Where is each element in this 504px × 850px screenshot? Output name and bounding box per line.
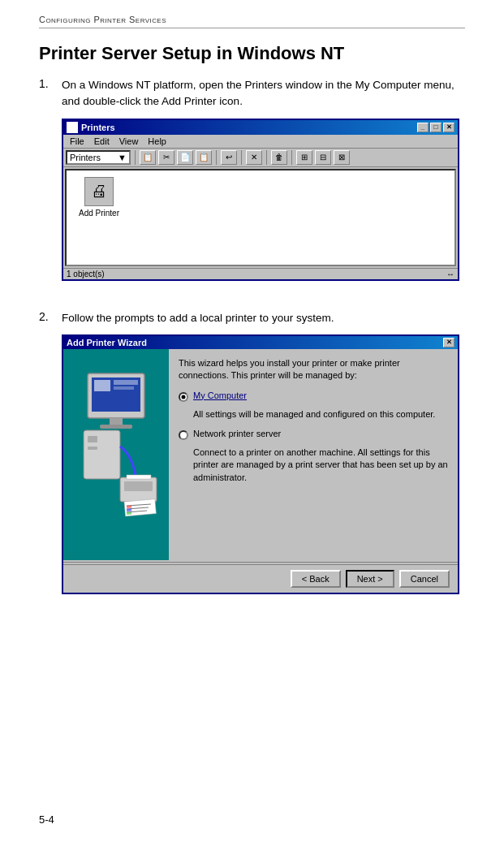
- wizard-title-controls[interactable]: ✕: [443, 338, 454, 347]
- wizard-footer: < Back Next > Cancel: [63, 564, 458, 593]
- status-text: 1 object(s): [67, 270, 105, 278]
- toolbar-separator-2: [216, 150, 217, 165]
- step-1-content: On a Windows NT platform, open the Print…: [62, 77, 465, 296]
- printer-icon: 🖨: [84, 177, 114, 206]
- toolbar-separator: [135, 150, 136, 165]
- maximize-btn[interactable]: □: [430, 123, 442, 132]
- status-bar-icon: ↔: [446, 270, 454, 278]
- svg-rect-6: [100, 425, 132, 429]
- next-button[interactable]: Next >: [346, 570, 394, 588]
- toolbar-btn-6[interactable]: ✕: [246, 150, 262, 165]
- dropdown-arrow-icon: ▼: [118, 153, 127, 162]
- toolbar-btn-4[interactable]: 📋: [196, 150, 212, 165]
- window-title: Printers: [81, 123, 115, 132]
- wizard-image-panel: [63, 349, 169, 560]
- toolbar-btn-9[interactable]: ⊟: [315, 150, 331, 165]
- toolbar: Printers ▼ 📋 ✂ 📄 📋 ↩ ✕ 🗑 ⊞ ⊟: [63, 149, 458, 167]
- wizard-title-bar: Add Printer Wizard ✕: [63, 336, 458, 349]
- toolbar-separator-3: [241, 150, 242, 165]
- page-footer: 5-4: [39, 813, 54, 826]
- toolbar-btn-2[interactable]: ✂: [158, 150, 174, 165]
- svg-rect-5: [110, 418, 123, 425]
- svg-rect-9: [88, 447, 97, 450]
- wizard-content-panel: This wizard helps you install your print…: [169, 349, 458, 560]
- status-bar: 1 object(s) ↔: [63, 268, 458, 279]
- printers-window-screenshot: 🖨 Printers _ □ ✕ File Edit View Help: [62, 119, 459, 281]
- title-bar-left: 🖨 Printers: [67, 122, 115, 133]
- wizard-graphic: [71, 357, 161, 552]
- radio-my-computer[interactable]: [179, 392, 188, 402]
- page-header: Configuring Printer Services: [39, 15, 465, 28]
- page-title: Printer Server Setup in Windows NT: [39, 43, 465, 64]
- wizard-window-title: Add Printer Wizard: [67, 338, 147, 347]
- step-1-number: 1.: [39, 77, 62, 90]
- wizard-title-left: Add Printer Wizard: [67, 338, 147, 347]
- toolbar-label: Printers: [70, 153, 101, 162]
- header-text: Configuring Printer Services: [39, 15, 166, 24]
- add-printer-icon[interactable]: 🖨 Add Printer: [73, 177, 125, 218]
- svg-rect-17: [127, 505, 131, 508]
- step-2: 2. Follow the prompts to add a local pri…: [39, 310, 465, 594]
- menu-edit[interactable]: Edit: [89, 136, 114, 147]
- svg-rect-2: [94, 380, 110, 391]
- printers-content-area: 🖨 Add Printer: [65, 169, 456, 266]
- close-btn[interactable]: ✕: [443, 123, 454, 132]
- toolbar-btn-1[interactable]: 📋: [140, 150, 156, 165]
- step-2-content: Follow the prompts to add a local printe…: [62, 310, 465, 594]
- back-button[interactable]: < Back: [291, 570, 341, 588]
- wizard-window-screenshot: Add Printer Wizard ✕: [62, 334, 459, 594]
- svg-rect-12: [127, 475, 151, 479]
- svg-rect-19: [127, 511, 131, 515]
- toolbar-btn-10[interactable]: ⊠: [334, 150, 350, 165]
- network-server-label: Network printer server: [193, 429, 281, 438]
- toolbar-dropdown[interactable]: Printers ▼: [66, 150, 131, 165]
- network-server-desc: Connect to a printer on another machine.…: [193, 447, 448, 484]
- add-printer-label: Add Printer: [78, 208, 120, 218]
- menu-help[interactable]: Help: [143, 136, 171, 147]
- radio-option-my-computer[interactable]: My Computer: [179, 390, 448, 402]
- svg-rect-4: [114, 386, 134, 390]
- menu-view[interactable]: View: [114, 136, 144, 147]
- wizard-close-btn[interactable]: ✕: [443, 338, 454, 347]
- my-computer-desc: All settings will be managed and configu…: [193, 408, 448, 421]
- wizard-body: This wizard helps you install your print…: [63, 349, 458, 593]
- toolbar-separator-5: [291, 150, 292, 165]
- toolbar-btn-3[interactable]: 📄: [177, 150, 193, 165]
- wizard-main: This wizard helps you install your print…: [63, 349, 458, 560]
- wizard-intro-text: This wizard helps you install your print…: [179, 357, 448, 382]
- toolbar-btn-8[interactable]: ⊞: [296, 150, 312, 165]
- printers-title-bar: 🖨 Printers _ □ ✕: [63, 120, 458, 135]
- menu-bar: File Edit View Help: [63, 135, 458, 149]
- radio-network[interactable]: [179, 430, 188, 440]
- svg-rect-11: [124, 481, 153, 491]
- minimize-btn[interactable]: _: [417, 123, 429, 132]
- svg-rect-3: [114, 380, 138, 385]
- toolbar-separator-4: [266, 150, 267, 165]
- page-number: 5-4: [39, 813, 54, 826]
- step-1: 1. On a Windows NT platform, open the Pr…: [39, 77, 465, 296]
- window-icon: 🖨: [67, 122, 78, 133]
- wizard-divider: [63, 562, 458, 563]
- step-2-text: Follow the prompts to add a local printe…: [62, 310, 465, 326]
- svg-rect-8: [88, 436, 97, 442]
- toolbar-btn-7[interactable]: 🗑: [271, 150, 287, 165]
- menu-file[interactable]: File: [65, 136, 89, 147]
- radio-option-network[interactable]: Network printer server: [179, 429, 448, 440]
- svg-rect-18: [127, 508, 131, 511]
- title-bar-controls[interactable]: _ □ ✕: [417, 123, 454, 132]
- toolbar-btn-5[interactable]: ↩: [221, 150, 237, 165]
- cancel-button[interactable]: Cancel: [399, 570, 450, 588]
- steps-list: 1. On a Windows NT platform, open the Pr…: [39, 77, 465, 594]
- step-1-text: On a Windows NT platform, open the Print…: [62, 77, 465, 110]
- step-2-number: 2.: [39, 310, 62, 323]
- my-computer-label: My Computer: [193, 390, 247, 400]
